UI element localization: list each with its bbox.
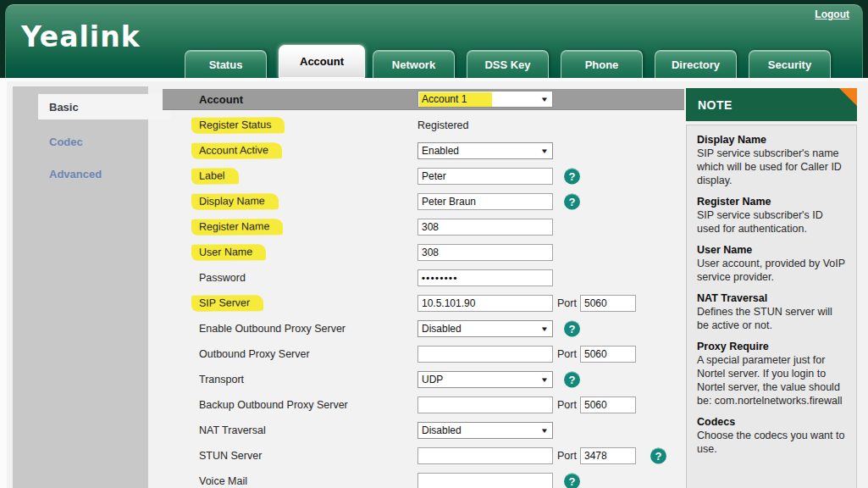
backup-outbound-proxy-server-port-value: 5060 [584,399,607,411]
transport-select-value: UDP [422,374,443,385]
tab-network[interactable]: Network [373,50,455,78]
backup-outbound-proxy-server-row: Backup Outbound Proxy ServerPort5060 [163,392,684,418]
account-active-select[interactable]: Enabled▼ [417,142,553,159]
outbound-proxy-server-port-label: Port [557,348,577,360]
nat-traversal-select-value: Disabled [422,424,462,436]
note-title: NOTE [698,98,733,112]
label-row: LabelPeter? [163,164,684,189]
sidebar-item-basic[interactable]: Basic [38,94,171,119]
user-name-input[interactable]: 308 [417,244,553,261]
user-name-value: 308 [422,247,439,258]
account-select[interactable]: Account 1 ▼ [417,91,553,108]
enable-outbound-proxy-server-select-value: Disabled [422,323,462,335]
outbound-proxy-server-input[interactable] [417,346,553,363]
register-name-label: Register Name [199,219,283,236]
note-section-heading: Register Name [697,196,846,208]
outbound-proxy-server-port-input[interactable]: 5060 [580,346,636,363]
label-label: Label [199,169,239,185]
dropdown-arrow-icon: ▼ [540,376,549,384]
note-section-nat-traversal: NAT TraversalDefines the STUN server wil… [697,292,846,332]
tab-phone[interactable]: Phone [561,50,643,78]
stun-server-input[interactable] [417,447,553,464]
header: Yealink Logout StatusAccountNetworkDSS K… [0,0,868,78]
yealink-web-ui: Yealink Logout StatusAccountNetworkDSS K… [0,0,868,488]
note-section-text: A special parameter just for Nortel serv… [697,353,846,408]
backup-outbound-proxy-server-input[interactable] [417,396,553,413]
stun-server-port-label: Port [557,450,577,462]
stun-server-port-wrap: 3478 [580,447,636,464]
enable-outbound-proxy-server-select[interactable]: Disabled▼ [417,320,553,337]
tab-security[interactable]: Security [749,50,831,78]
register-name-input[interactable]: 308 [417,219,553,236]
note-section-heading: Codecs [697,416,846,428]
header-divider [0,78,868,81]
sidebar: BasicCodecAdvanced [13,86,148,488]
password-input[interactable]: •••••••• [417,269,553,286]
transport-help-icon[interactable]: ? [564,372,580,388]
account-active-select-value: Enabled [422,145,459,157]
register-status-value: Registered [417,119,468,131]
folded-corner-icon [839,88,857,106]
sidebar-item-codec[interactable]: Codec [38,129,171,154]
note-section-text: SIP service subscriber's ID used for aut… [697,208,846,236]
note-section-user-name: User NameUser account, provided by VoIP … [697,244,846,284]
voice-mail-row: Voice Mail? [163,469,684,488]
note-section-codecs: CodecsChoose the codecs you want to use. [697,416,846,456]
password-value: •••••••• [422,273,458,283]
voice-mail-label: Voice Mail [199,475,247,487]
backup-outbound-proxy-server-port-label: Port [557,399,577,411]
display-name-label: Display Name [199,194,279,210]
account-active-label: Account Active [199,143,282,159]
sip-server-port-input[interactable]: 5060 [580,295,636,312]
dropdown-arrow-icon: ▼ [540,427,549,435]
nat-traversal-select[interactable]: Disabled▼ [417,422,553,439]
sidebar-item-advanced[interactable]: Advanced [38,161,171,186]
outbound-proxy-server-label: Outbound Proxy Server [199,348,310,360]
tab-status[interactable]: Status [185,50,267,78]
tab-dss-key[interactable]: DSS Key [467,50,549,78]
transport-row: TransportUDP▼? [163,367,684,392]
highlight-mark: Account Active [191,142,282,159]
display-name-value: Peter Braun [422,196,476,208]
stun-server-port-value: 3478 [584,450,607,462]
backup-outbound-proxy-server-port-input[interactable]: 5060 [580,396,636,413]
user-name-label: User Name [199,245,266,261]
note-section-register-name: Register NameSIP service subscriber's ID… [697,196,846,236]
sip-server-label: SIP Server [199,296,263,312]
password-label: Password [199,272,246,284]
note-section-heading: User Name [697,244,846,256]
backup-outbound-proxy-server-label: Backup Outbound Proxy Server [199,399,348,411]
tab-account[interactable]: Account [279,45,365,78]
voice-mail-help-icon[interactable]: ? [564,474,580,488]
note-section-heading: Display Name [697,134,846,146]
tab-directory[interactable]: Directory [655,50,737,78]
label-help-icon[interactable]: ? [564,169,580,185]
sip-server-input[interactable]: 10.5.101.90 [417,295,553,312]
sip-server-row: SIP Server10.5.101.90Port5060 [163,291,684,316]
note-section-text: User account, provided by VoIP service p… [697,257,846,284]
display-name-input[interactable]: Peter Braun [417,193,553,210]
label-input[interactable]: Peter [417,168,553,185]
note-section-text: Defines the STUN server will be active o… [697,305,846,332]
transport-label: Transport [199,374,244,385]
dropdown-arrow-icon: ▼ [540,147,549,155]
note-panel-header: NOTE [686,88,857,121]
enable-outbound-proxy-server-help-icon[interactable]: ? [564,321,580,337]
highlight-mark: User Name [191,244,266,261]
register-name-value: 308 [422,221,439,233]
dropdown-arrow-icon: ▼ [540,325,549,333]
stun-server-help-icon[interactable]: ? [650,448,666,464]
tab-bar: StatusAccountNetworkDSS KeyPhoneDirector… [0,0,868,78]
note-section-heading: Proxy Require [697,341,846,352]
display-name-help-icon[interactable]: ? [564,194,580,210]
dropdown-arrow-icon: ▼ [540,96,549,103]
account-header-bar: Account Account 1 ▼ [163,89,684,110]
account-select-value: Account 1 [419,92,492,107]
note-section-text: SIP service subscriber's name which will… [697,147,846,187]
voice-mail-input[interactable] [417,473,553,488]
enable-outbound-proxy-server-label: Enable Outbound Proxy Server [199,323,346,335]
highlight-mark: SIP Server [191,295,263,312]
stun-server-port-input[interactable]: 3478 [580,447,636,464]
sip-server-value: 10.5.101.90 [422,297,475,309]
transport-select[interactable]: UDP▼ [417,371,553,388]
